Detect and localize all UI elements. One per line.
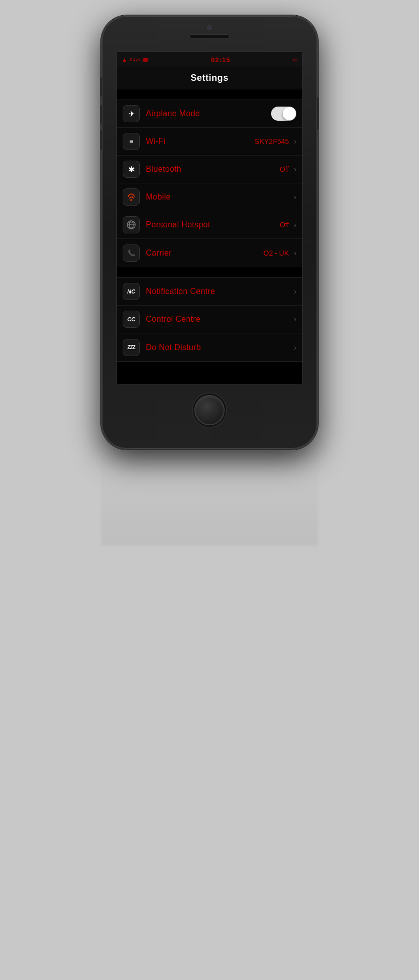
dnd-right: › bbox=[294, 344, 296, 352]
settings-item-bluetooth[interactable]: ✱ Bluetooth Off › bbox=[117, 156, 302, 183]
status-right: ▭ bbox=[293, 57, 297, 63]
nc-icon-bg: NC bbox=[123, 283, 140, 300]
mobile-right: › bbox=[294, 193, 296, 201]
carrier-right: O2 - UK › bbox=[264, 249, 296, 257]
hotspot-label: Personal Hotspot bbox=[146, 220, 211, 229]
settings-group-connectivity: ✈ Airplane Mode bbox=[117, 100, 302, 267]
carrier-content: Carrier O2 - UK › bbox=[146, 249, 296, 258]
dnd-label: Do Not Disturb bbox=[146, 343, 201, 352]
airplane-mode-icon-bg: ✈ bbox=[123, 105, 140, 122]
dnd-icon: ZZZ bbox=[127, 345, 135, 350]
mobile-chevron: › bbox=[294, 193, 296, 201]
airplane-icon: ✈ bbox=[128, 109, 135, 119]
status-bar: ▲ S'4yo ☎ 02:15 ▭ bbox=[117, 52, 302, 67]
carrier-label: S'4yo bbox=[129, 57, 140, 62]
settings-item-mobile[interactable]: Mobile › bbox=[117, 183, 302, 211]
settings-list: ✈ Airplane Mode bbox=[117, 89, 302, 384]
section-gap-middle bbox=[117, 267, 302, 277]
earpiece-speaker bbox=[189, 34, 230, 38]
nc-chevron: › bbox=[294, 287, 296, 296]
phone-screen: ▲ S'4yo ☎ 02:15 ▭ Settings bbox=[116, 52, 303, 385]
nc-label: Notification Centre bbox=[146, 287, 215, 296]
wifi-content: Wi-Fi SKY2F545 › bbox=[146, 137, 296, 146]
section-gap-top bbox=[117, 89, 302, 100]
wifi-right: SKY2F545 › bbox=[255, 137, 296, 145]
globe-icon bbox=[126, 220, 136, 230]
dnd-icon-bg: ZZZ bbox=[123, 339, 140, 356]
home-button[interactable] bbox=[194, 395, 225, 425]
signal-icon: ▲ bbox=[122, 57, 127, 63]
settings-group-notifications: NC Notification Centre › bbox=[117, 277, 302, 362]
page-title: Settings bbox=[190, 73, 228, 83]
dnd-content: Do Not Disturb › bbox=[146, 343, 296, 352]
hotspot-right: Off › bbox=[280, 221, 296, 229]
settings-item-do-not-disturb[interactable]: ZZZ Do Not Disturb › bbox=[117, 333, 302, 361]
mobile-icon-bg bbox=[123, 188, 140, 206]
cc-icon: CC bbox=[127, 316, 135, 322]
wifi-chevron: › bbox=[294, 137, 296, 145]
settings-item-carrier[interactable]: 📞 Carrier O2 - UK › bbox=[117, 239, 302, 267]
volume-up-button[interactable] bbox=[100, 77, 102, 97]
power-button[interactable] bbox=[317, 97, 319, 130]
bluetooth-chevron: › bbox=[294, 165, 296, 173]
carrier-value: O2 - UK bbox=[264, 249, 289, 257]
dnd-chevron: › bbox=[294, 344, 296, 352]
airplane-mode-label: Airplane Mode bbox=[146, 109, 200, 118]
cc-icon-bg: CC bbox=[123, 311, 140, 328]
phone-reflection bbox=[101, 445, 318, 546]
cc-right: › bbox=[294, 315, 296, 323]
carrier-chevron: › bbox=[294, 249, 296, 257]
settings-item-personal-hotspot[interactable]: Personal Hotspot Off › bbox=[117, 211, 302, 239]
airplane-mode-content: Airplane Mode bbox=[146, 107, 296, 121]
wifi-icon: ≡ bbox=[129, 137, 133, 145]
settings-item-notification-centre[interactable]: NC Notification Centre › bbox=[117, 278, 302, 306]
bluetooth-content: Bluetooth Off › bbox=[146, 165, 296, 174]
phone-top bbox=[102, 16, 317, 52]
status-time: 02:15 bbox=[211, 56, 230, 64]
title-bar: Settings bbox=[117, 67, 302, 89]
phone-bottom bbox=[102, 385, 317, 435]
wifi-value: SKY2F545 bbox=[255, 137, 289, 145]
cc-chevron: › bbox=[294, 315, 296, 323]
phone-device: ▲ S'4yo ☎ 02:15 ▭ Settings bbox=[101, 15, 318, 450]
battery-icon: ▭ bbox=[293, 57, 297, 63]
airplane-mode-toggle[interactable] bbox=[271, 107, 296, 121]
toggle-knob bbox=[283, 107, 296, 120]
nc-icon: NC bbox=[127, 288, 135, 295]
hotspot-content: Personal Hotspot Off › bbox=[146, 220, 296, 229]
front-camera bbox=[207, 25, 212, 30]
carrier-label-text: Carrier bbox=[146, 249, 172, 258]
nc-content: Notification Centre › bbox=[146, 287, 296, 296]
settings-item-control-centre[interactable]: CC Control Centre › bbox=[117, 306, 302, 333]
mobile-content: Mobile › bbox=[146, 192, 296, 202]
section-gap-bottom bbox=[117, 362, 302, 372]
bluetooth-icon-bg: ✱ bbox=[123, 161, 140, 178]
wifi-icon-bg: ≡ bbox=[123, 133, 140, 150]
hotspot-chevron: › bbox=[294, 221, 296, 229]
hotspot-value: Off bbox=[280, 221, 289, 229]
bluetooth-value: Off bbox=[280, 165, 289, 173]
silent-switch[interactable] bbox=[100, 130, 102, 150]
settings-item-wifi[interactable]: ≡ Wi-Fi SKY2F545 › bbox=[117, 128, 302, 156]
nc-right: › bbox=[294, 287, 296, 296]
cc-label: Control Centre bbox=[146, 315, 200, 324]
wifi-label: Wi-Fi bbox=[146, 137, 166, 146]
page-wrapper: ▲ S'4yo ☎ 02:15 ▭ Settings bbox=[0, 0, 419, 980]
call-icon: ☎ bbox=[142, 57, 148, 63]
volume-down-button[interactable] bbox=[100, 105, 102, 125]
hotspot-icon-bg bbox=[123, 216, 140, 233]
mobile-radio-icon bbox=[128, 193, 135, 201]
bluetooth-icon: ✱ bbox=[128, 165, 135, 174]
mobile-label: Mobile bbox=[146, 192, 171, 202]
bluetooth-label: Bluetooth bbox=[146, 165, 181, 174]
cc-content: Control Centre › bbox=[146, 315, 296, 324]
settings-item-airplane-mode[interactable]: ✈ Airplane Mode bbox=[117, 100, 302, 128]
carrier-icon-bg: 📞 bbox=[123, 244, 140, 262]
phone-icon: 📞 bbox=[128, 250, 135, 257]
radio-center-dot bbox=[130, 199, 132, 201]
bluetooth-right: Off › bbox=[280, 165, 296, 173]
radio-inner-arc bbox=[129, 197, 134, 199]
status-left: ▲ S'4yo ☎ bbox=[122, 57, 148, 63]
